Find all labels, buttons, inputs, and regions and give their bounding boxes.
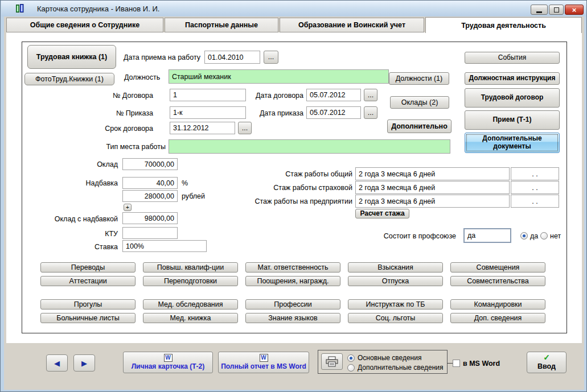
- union-yes-label[interactable]: да: [530, 232, 538, 240]
- contract-date-label: Дата договора: [252, 92, 303, 100]
- sick-leaves-button[interactable]: Больничные листы: [40, 313, 136, 323]
- transfers-button[interactable]: Переводы: [40, 262, 136, 273]
- close-icon: ×: [572, 6, 577, 14]
- languages-button[interactable]: Знание языков: [245, 313, 340, 323]
- minimize-icon: [536, 11, 542, 13]
- seniority-total-field[interactable]: 2 года 3 месяца 6 дней: [355, 167, 510, 180]
- books-icon: [15, 3, 25, 15]
- maximize-button[interactable]: [549, 5, 564, 15]
- material-responsibility-button[interactable]: Мат. ответственность: [245, 262, 340, 273]
- contract-date-field[interactable]: 05.07.2012: [306, 89, 361, 101]
- calc-seniority-button[interactable]: Расчет стажа: [355, 209, 409, 218]
- union-yes-radio[interactable]: [520, 232, 528, 240]
- contract-date-browse-button[interactable]: ...: [364, 89, 377, 101]
- arrow-left-icon: ◀: [54, 360, 60, 367]
- nav-next-button[interactable]: ▶: [73, 354, 95, 372]
- minimize-button[interactable]: [531, 5, 548, 15]
- close-button[interactable]: ×: [565, 5, 584, 15]
- job-instruction-button[interactable]: Должностная инструкция: [465, 72, 560, 85]
- contract-term-browse-button[interactable]: ...: [238, 122, 252, 134]
- seniority-company-date-field[interactable]: . .: [511, 195, 559, 208]
- union-field[interactable]: да: [463, 228, 511, 243]
- positions-button[interactable]: Должности (1): [389, 72, 449, 85]
- salary-field[interactable]: 70000,00: [122, 158, 178, 170]
- work-book-button[interactable]: Трудовая книжка (1): [27, 45, 116, 69]
- labor-contract-button[interactable]: Трудовой договор: [465, 88, 560, 108]
- order-no-field[interactable]: 1-к: [170, 106, 246, 119]
- hire-t1-button[interactable]: Прием (Т-1): [465, 110, 560, 130]
- photo-work-books-button[interactable]: ФотоТруд.Книжки (1): [24, 73, 114, 85]
- personal-card-t2-label: Личная карточка (Т-2): [132, 363, 205, 371]
- salary-label: Оклад: [61, 160, 118, 168]
- printer-icon: [325, 356, 339, 367]
- ktu-field[interactable]: [122, 227, 178, 239]
- salary-total-label: Оклад с надбавкой: [44, 215, 118, 223]
- in-word-label[interactable]: в MS Word: [463, 360, 500, 368]
- hire-date-browse-button[interactable]: ...: [264, 51, 278, 64]
- order-date-field[interactable]: 05.07.2012: [306, 106, 361, 119]
- qualification-upgrade-button[interactable]: Повыш. квалиф-ции: [143, 262, 238, 273]
- secondary-jobs-button[interactable]: Совместительства: [450, 276, 545, 286]
- workplace-type-field[interactable]: [169, 139, 450, 154]
- rate-field[interactable]: 100%: [122, 240, 207, 252]
- tab-general-info[interactable]: Общие сведения о Сотруднике: [6, 18, 163, 32]
- order-date-label: Дата приказа: [252, 109, 303, 117]
- retraining-button[interactable]: Переподготовки: [143, 276, 238, 286]
- seniority-insured-date-field[interactable]: . .: [511, 181, 559, 194]
- print-button[interactable]: [321, 353, 343, 370]
- contract-term-label: Срок договора: [102, 125, 153, 133]
- seniority-insured-label: Стаж работы страховой: [239, 184, 352, 192]
- contract-no-field[interactable]: 1: [170, 89, 246, 101]
- order-date-browse-button[interactable]: ...: [364, 106, 377, 119]
- professions-button[interactable]: Профессии: [245, 299, 340, 310]
- contract-no-label: № Договора: [108, 92, 153, 100]
- tab-labor-activity[interactable]: Трудовая деятельность: [425, 17, 582, 33]
- rewards-button[interactable]: Поощрения, награжд.: [245, 276, 340, 286]
- tab-passport-data[interactable]: Паспортные данные: [165, 18, 278, 32]
- salary-total-field[interactable]: 98000,00: [122, 212, 178, 224]
- position-field[interactable]: Старший механик: [169, 69, 389, 84]
- personal-card-t2-button[interactable]: W Личная карточка (Т-2): [123, 352, 213, 373]
- bonus-percent-field[interactable]: 40,00: [122, 177, 178, 189]
- salaries-button[interactable]: Оклады (2): [390, 96, 449, 109]
- vacations-button[interactable]: Отпуска: [348, 276, 443, 286]
- print-additional-info-label[interactable]: Дополнительные сведения: [358, 364, 443, 372]
- full-report-word-button[interactable]: W Полный отчет в MS Word: [218, 352, 309, 373]
- seniority-total-label: Стаж работы общий: [239, 170, 352, 178]
- events-button[interactable]: События: [465, 52, 560, 64]
- seniority-total-date-field[interactable]: . .: [511, 167, 559, 180]
- plus-button[interactable]: +: [124, 204, 132, 211]
- in-word-checkbox[interactable]: [453, 360, 460, 367]
- tab-education-military[interactable]: Образование и Воинский учет: [280, 18, 424, 32]
- hire-date-field[interactable]: 01.04.2010: [204, 51, 260, 64]
- seniority-company-field[interactable]: 2 года 3 месяца 6 дней: [355, 195, 510, 208]
- absences-button[interactable]: Прогулы: [40, 299, 136, 310]
- hire-date-label: Дата приема на работу: [104, 53, 200, 61]
- nav-previous-button[interactable]: ◀: [46, 354, 68, 372]
- print-main-info-radio[interactable]: [347, 354, 355, 362]
- contract-term-field[interactable]: 31.12.2012: [170, 122, 235, 134]
- social-benefits-button[interactable]: Соц. льготы: [348, 313, 443, 323]
- medical-exams-button[interactable]: Мед. обследования: [143, 299, 238, 310]
- union-no-radio[interactable]: [540, 232, 548, 240]
- additional-button[interactable]: Дополнительно: [387, 119, 451, 133]
- print-main-info-label[interactable]: Основные сведения: [358, 354, 421, 362]
- seniority-insured-field[interactable]: 2 года 3 месяца 6 дней: [355, 181, 510, 194]
- additional-documents-button[interactable]: Дополнительные документы: [465, 133, 560, 153]
- additional-info-button[interactable]: Доп. сведения: [450, 313, 545, 323]
- attestations-button[interactable]: Аттестации: [40, 276, 136, 286]
- connector-line: [447, 363, 453, 364]
- combinations-button[interactable]: Совмещения: [450, 262, 545, 273]
- ms-word-icon: W: [260, 354, 268, 362]
- enter-button[interactable]: ✓ Ввод: [527, 352, 567, 373]
- penalties-button[interactable]: Взыскания: [348, 262, 443, 273]
- union-no-label[interactable]: нет: [550, 232, 561, 240]
- seniority-company-label: Стаж работы на предприятии: [227, 197, 352, 205]
- business-trips-button[interactable]: Командировки: [450, 299, 545, 310]
- safety-training-button[interactable]: Инструктаж по ТБ: [348, 299, 443, 310]
- ms-word-icon: W: [164, 354, 173, 362]
- print-additional-info-radio[interactable]: [347, 364, 355, 372]
- medical-book-button[interactable]: Мед. книжка: [143, 313, 238, 323]
- position-label: Должность: [124, 73, 160, 81]
- bonus-rub-field[interactable]: 28000,00: [122, 190, 178, 202]
